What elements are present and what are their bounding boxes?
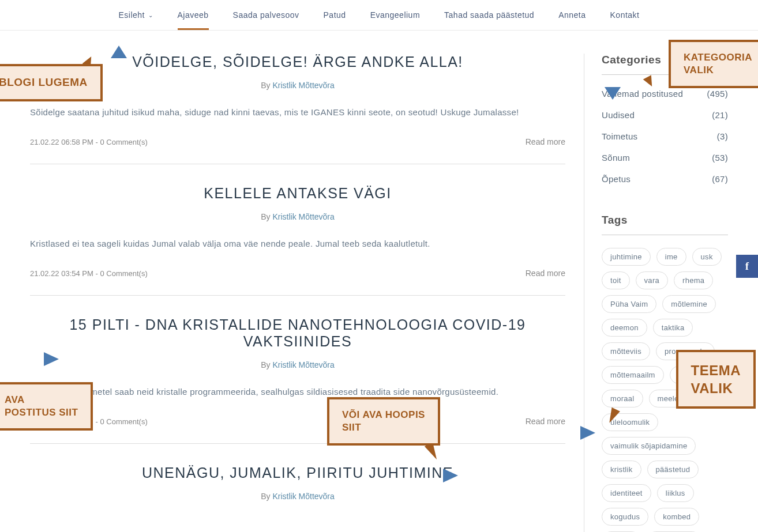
main-nav: Esileht⌄AjaveebSaada palvesoovPatudEvang… xyxy=(0,0,758,31)
category-count: (495) xyxy=(707,89,728,99)
sidebar: Categories Vanemad postitused(495)Uudise… xyxy=(584,54,728,532)
post-author[interactable]: Kristlik Mõttevõra xyxy=(272,212,334,221)
post-title[interactable]: UNENÄGU, JUMALIK, PIIRITU JUHTIMINE xyxy=(30,465,565,481)
category-count: (3) xyxy=(717,131,728,141)
tag[interactable]: rhema xyxy=(674,271,713,289)
tags-heading: Tags xyxy=(602,214,728,235)
arrow-teema-icon xyxy=(580,426,595,440)
category-item[interactable]: Toimetus(3) xyxy=(602,126,728,147)
post-excerpt: Kristlased ei tea sageli kuidas Jumal va… xyxy=(30,235,565,252)
nav-item-6[interactable]: Anneta xyxy=(558,10,586,20)
arrow-kategooria-icon xyxy=(605,87,621,100)
nav-item-2[interactable]: Saada palvesoov xyxy=(233,10,299,20)
tag[interactable]: mõttemaailm xyxy=(602,366,664,384)
post-list: VÕIDELGE, SÕIDELGE! ÄRGE ANDKE ALLA!By K… xyxy=(30,54,565,532)
arrow-blogi-icon xyxy=(111,46,127,58)
tag[interactable]: kogudus xyxy=(602,508,648,526)
tag[interactable]: identiteet xyxy=(602,484,651,502)
post-byline: By Kristlik Mõttevõra xyxy=(30,360,565,369)
post-comments[interactable]: 0 Comment(s) xyxy=(100,138,147,146)
tag[interactable]: mõtteviis xyxy=(602,342,650,360)
post: UNENÄGU, JUMALIK, PIIRITU JUHTIMINEBy Kr… xyxy=(30,465,565,501)
nav-item-7[interactable]: Kontakt xyxy=(610,10,640,20)
post-byline: By Kristlik Mõttevõra xyxy=(30,492,565,501)
tag[interactable]: kombed xyxy=(654,508,699,526)
nav-item-1[interactable]: Ajaveeb xyxy=(178,10,209,20)
post-comments[interactable]: 0 Comment(s) xyxy=(100,269,147,278)
category-item[interactable]: Uudised(21) xyxy=(602,104,728,126)
category-count: (67) xyxy=(712,174,728,184)
nav-item-5[interactable]: Tahad saada päästetud xyxy=(444,10,534,20)
post-date: 21.02.22 06:58 PM - 0 Comment(s) xyxy=(30,138,148,146)
chevron-down-icon: ⌄ xyxy=(148,12,153,18)
post-author[interactable]: Kristlik Mõttevõra xyxy=(272,492,334,501)
post-excerpt: Sõidelge saatana juhitud isikud maha, si… xyxy=(30,104,565,121)
post-meta: 20.02.22 01:17 PM - 0 Comment(s)Read mor… xyxy=(30,417,565,426)
arrow-ava-icon xyxy=(44,352,59,366)
tag[interactable]: toit xyxy=(602,271,630,289)
post: VÕIDELGE, SÕIDELGE! ÄRGE ANDKE ALLA!By K… xyxy=(30,54,565,164)
post-author[interactable]: Kristlik Mõttevõra xyxy=(272,81,334,90)
post-meta: 21.02.22 03:54 PM - 0 Comment(s)Read mor… xyxy=(30,269,565,278)
tag[interactable]: mõtlemine xyxy=(662,295,716,313)
facebook-tab[interactable]: f xyxy=(736,255,758,278)
tag[interactable]: Püha Vaim xyxy=(602,295,656,313)
category-name: Toimetus xyxy=(602,131,637,141)
tag[interactable]: ime xyxy=(656,248,686,266)
tag[interactable]: vara xyxy=(636,271,669,289)
tag[interactable]: usk xyxy=(692,248,722,266)
tag[interactable]: taktika xyxy=(653,319,693,337)
arrow-voi-icon xyxy=(443,469,458,482)
category-item[interactable]: Õpetus(67) xyxy=(602,168,728,190)
post-byline: By Kristlik Mõttevõra xyxy=(30,212,565,221)
category-name: Uudised xyxy=(602,110,635,120)
post-date: 21.02.22 03:54 PM - 0 Comment(s) xyxy=(30,269,148,278)
nav-item-4[interactable]: Evangeelium xyxy=(370,10,420,20)
post-comments[interactable]: 0 Comment(s) xyxy=(100,417,147,426)
tag[interactable]: juhtimine xyxy=(602,248,651,266)
tag[interactable]: vaimulik sõjapidamine xyxy=(602,437,696,455)
nav-item-3[interactable]: Patud xyxy=(324,10,346,20)
tag[interactable]: kristlik xyxy=(602,461,641,478)
callout-ava: AVAPOSTITUS SIIT xyxy=(0,382,93,431)
nav-item-0[interactable]: Esileht⌄ xyxy=(118,10,153,20)
callout-voi: VÕI AVA HOOPISSIIT xyxy=(327,397,440,446)
tag[interactable]: moraal xyxy=(602,390,643,408)
read-more-link[interactable]: Read more xyxy=(526,137,565,146)
post: KELLELE ANTAKSE VÄGIBy Kristlik Mõttevõr… xyxy=(30,185,565,296)
tag[interactable]: päästetud xyxy=(647,461,699,478)
category-item[interactable]: Sõnum(53) xyxy=(602,147,728,168)
read-more-link[interactable]: Read more xyxy=(526,417,565,426)
category-name: Õpetus xyxy=(602,174,631,184)
post-author[interactable]: Kristlik Mõttevõra xyxy=(272,360,334,369)
post-title[interactable]: KELLELE ANTAKSE VÄGI xyxy=(30,185,565,202)
post: 15 PILTI - DNA KRISTALLIDE NANOTEHNOLOOG… xyxy=(30,316,565,444)
post-title[interactable]: 15 PILTI - DNA KRISTALLIDE NANOTEHNOLOOG… xyxy=(30,316,565,350)
category-count: (21) xyxy=(712,110,728,120)
tag[interactable]: deemon xyxy=(602,319,647,337)
category-name: Sõnum xyxy=(602,153,630,163)
category-count: (53) xyxy=(712,153,728,163)
callout-teema: TEEMAVALIK xyxy=(676,350,756,409)
callout-kategooria: KATEGOORIAVALIK xyxy=(669,40,758,88)
post-excerpt: Kirjanduse andmetel saab neid kristalle … xyxy=(30,383,565,401)
post-byline: By Kristlik Mõttevõra xyxy=(30,81,565,90)
post-meta: 21.02.22 06:58 PM - 0 Comment(s)Read mor… xyxy=(30,137,565,146)
tag[interactable]: liiklus xyxy=(657,484,694,502)
callout-blogi: BLOGI LUGEMA xyxy=(0,64,103,101)
read-more-link[interactable]: Read more xyxy=(526,269,565,278)
